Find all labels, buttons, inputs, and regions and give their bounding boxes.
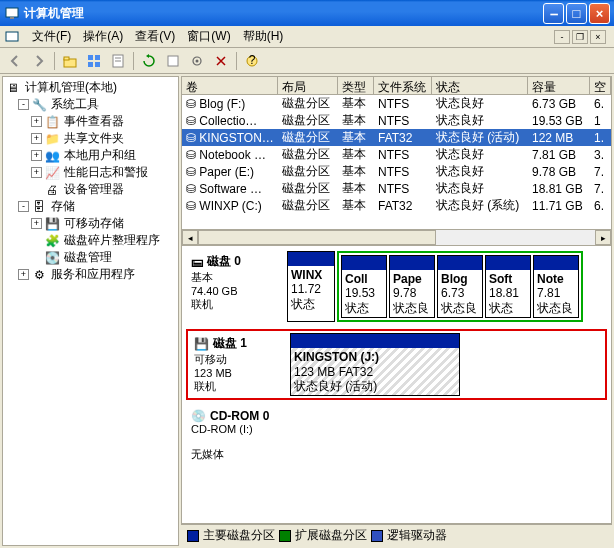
- scroll-thumb[interactable]: [198, 230, 436, 245]
- expand-icon[interactable]: +: [31, 133, 42, 144]
- tree-sharedfolders[interactable]: + 📁 共享文件夹: [5, 130, 176, 147]
- disk-row-cdrom[interactable]: 💿CD-ROM 0 CD-ROM (I:) 无媒体: [186, 406, 607, 465]
- menu-action[interactable]: 操作(A): [77, 26, 129, 47]
- diskmgmt-icon: 💽: [44, 250, 60, 266]
- partition[interactable]: KINGSTON (J:)123 MB FAT32状态良好 (活动): [290, 333, 460, 396]
- tree-removable[interactable]: + 💾 可移动存储: [5, 215, 176, 232]
- col-layout[interactable]: 布局: [278, 77, 338, 94]
- legend-swatch-primary: [187, 530, 199, 542]
- tree-eventviewer[interactable]: + 📋 事件查看器: [5, 113, 176, 130]
- forward-button[interactable]: [28, 50, 50, 72]
- partition[interactable]: Soft18.81状态: [485, 255, 531, 318]
- svg-rect-0: [6, 8, 18, 17]
- menu-window[interactable]: 窗口(W): [181, 26, 236, 47]
- expand-icon[interactable]: +: [18, 269, 29, 280]
- minimize-button[interactable]: ‒: [543, 3, 564, 24]
- share-icon: 📁: [44, 131, 60, 147]
- back-button[interactable]: [4, 50, 26, 72]
- expand-icon[interactable]: +: [31, 218, 42, 229]
- users-icon: 👥: [44, 148, 60, 164]
- collapse-icon[interactable]: -: [18, 99, 29, 110]
- tree-systools[interactable]: - 🔧 系统工具: [5, 96, 176, 113]
- volume-icon: ⛁: [186, 97, 199, 111]
- menu-view[interactable]: 查看(V): [129, 26, 181, 47]
- help-button[interactable]: ?: [241, 50, 263, 72]
- legend-swatch-extended: [279, 530, 291, 542]
- tree-root[interactable]: 🖥 计算机管理(本地): [5, 79, 176, 96]
- svg-rect-7: [88, 62, 93, 67]
- volume-icon: ⛁: [186, 114, 199, 128]
- scroll-right-button[interactable]: ▸: [595, 230, 611, 245]
- removable-icon: 💾: [44, 216, 60, 232]
- col-capacity[interactable]: 容量: [528, 77, 590, 94]
- table-row[interactable]: ⛁ Notebook …磁盘分区基本NTFS状态良好7.81 GB3.: [182, 146, 611, 163]
- partition[interactable]: Blog6.73状态良: [437, 255, 483, 318]
- volume-icon: ⛁: [186, 148, 199, 162]
- toolbar: ?: [0, 48, 614, 74]
- table-row[interactable]: ⛁ KINGSTON …磁盘分区基本FAT32状态良好 (活动)122 MB1.: [182, 129, 611, 146]
- table-row[interactable]: ⛁ Software …磁盘分区基本NTFS状态良好18.81 GB7.: [182, 180, 611, 197]
- legend-swatch-logical: [371, 530, 383, 542]
- up-button[interactable]: [59, 50, 81, 72]
- tree-services[interactable]: + ⚙ 服务和应用程序: [5, 266, 176, 283]
- tree-diskmgmt[interactable]: 💽 磁盘管理: [5, 249, 176, 266]
- svg-rect-12: [168, 56, 178, 66]
- menu-help[interactable]: 帮助(H): [237, 26, 290, 47]
- table-row[interactable]: ⛁ Collectio…磁盘分区基本NTFS状态良好19.53 GB1: [182, 112, 611, 129]
- expand-icon[interactable]: +: [31, 150, 42, 161]
- delete-button[interactable]: [210, 50, 232, 72]
- collapse-icon[interactable]: -: [18, 201, 29, 212]
- partition[interactable]: Pape9.78状态良: [389, 255, 435, 318]
- col-free[interactable]: 空: [590, 77, 611, 94]
- volume-icon: ⛁: [186, 182, 199, 196]
- partition[interactable]: Note7.81状态良: [533, 255, 579, 318]
- table-row[interactable]: ⛁ WINXP (C:)磁盘分区基本FAT32状态良好 (系统)11.71 GB…: [182, 197, 611, 214]
- disk-row-0[interactable]: 🖴磁盘 0 基本 74.40 GB 联机 WINX11.72状态 Coll19.…: [186, 250, 607, 323]
- close-button[interactable]: ×: [589, 3, 610, 24]
- tree-pane: 🖥 计算机管理(本地) - 🔧 系统工具 + 📋 事件查看器 + 📁 共享文件夹…: [2, 76, 179, 546]
- disk-icon: 🖴: [191, 255, 203, 269]
- partition[interactable]: WINX11.72状态: [287, 251, 335, 322]
- tree-devmgr[interactable]: 🖨 设备管理器: [5, 181, 176, 198]
- svg-rect-1: [10, 17, 14, 19]
- disk-layout-pane: 🖴磁盘 0 基本 74.40 GB 联机 WINX11.72状态 Coll19.…: [181, 246, 612, 524]
- view-list-button[interactable]: [83, 50, 105, 72]
- col-status[interactable]: 状态: [432, 77, 528, 94]
- menubar: 文件(F) 操作(A) 查看(V) 窗口(W) 帮助(H) - ❐ ×: [0, 26, 614, 48]
- mdi-close-button[interactable]: ×: [590, 30, 606, 44]
- tree-localusers[interactable]: + 👥 本地用户和组: [5, 147, 176, 164]
- col-fs[interactable]: 文件系统: [374, 77, 432, 94]
- expand-icon[interactable]: +: [31, 167, 42, 178]
- table-row[interactable]: ⛁ Blog (F:)磁盘分区基本NTFS状态良好6.73 GB6.: [182, 95, 611, 112]
- partition[interactable]: Coll19.53状态: [341, 255, 387, 318]
- cdrom-icon: 💿: [191, 409, 206, 423]
- settings-button[interactable]: [186, 50, 208, 72]
- mdi-restore-button[interactable]: ❐: [572, 30, 588, 44]
- maximize-button[interactable]: □: [566, 3, 587, 24]
- computer-icon: 🖥: [5, 80, 21, 96]
- legend-logical: 逻辑驱动器: [387, 527, 447, 544]
- col-type[interactable]: 类型: [338, 77, 374, 94]
- menu-file[interactable]: 文件(F): [26, 26, 77, 47]
- tree-storage[interactable]: - 🗄 存储: [5, 198, 176, 215]
- tree-perflogs[interactable]: + 📈 性能日志和警报: [5, 164, 176, 181]
- event-icon: 📋: [44, 114, 60, 130]
- volume-table: 卷 布局 类型 文件系统 状态 容量 空 ⛁ Blog (F:)磁盘分区基本NT…: [181, 76, 612, 246]
- removable-disk-icon: 💾: [194, 337, 209, 351]
- window-title: 计算机管理: [24, 5, 84, 22]
- svg-rect-5: [88, 55, 93, 60]
- col-volume[interactable]: 卷: [182, 77, 278, 94]
- scroll-left-button[interactable]: ◂: [182, 230, 198, 245]
- tree-defrag[interactable]: 🧩 磁盘碎片整理程序: [5, 232, 176, 249]
- export-button[interactable]: [162, 50, 184, 72]
- table-row[interactable]: ⛁ Paper (E:)磁盘分区基本NTFS状态良好9.78 GB7.: [182, 163, 611, 180]
- svg-rect-4: [64, 57, 69, 60]
- refresh-button[interactable]: [138, 50, 160, 72]
- mdi-min-button[interactable]: -: [554, 30, 570, 44]
- expand-icon[interactable]: +: [31, 116, 42, 127]
- properties-button[interactable]: [107, 50, 129, 72]
- app-icon: [4, 5, 20, 21]
- disk-row-1[interactable]: 💾磁盘 1 可移动 123 MB 联机 KINGSTON (J:)123 MB …: [186, 329, 607, 400]
- svg-text:?: ?: [249, 54, 256, 67]
- h-scrollbar[interactable]: ◂ ▸: [182, 229, 611, 245]
